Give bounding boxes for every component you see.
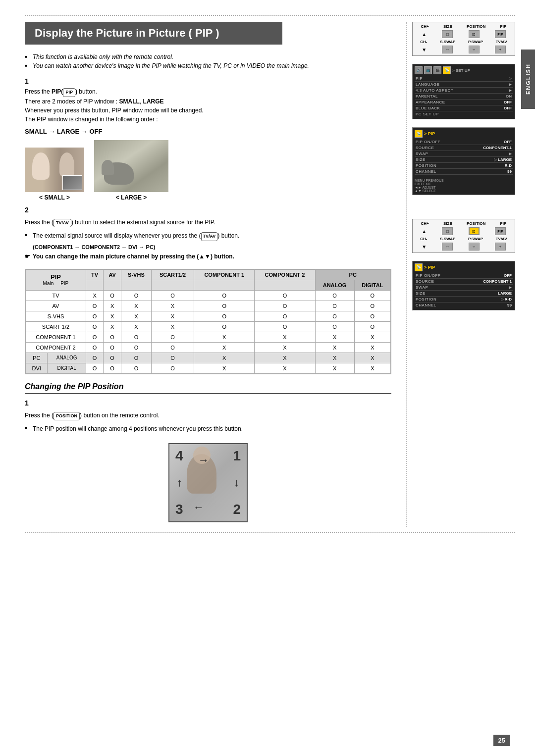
row-pc-6: X: [315, 353, 354, 363]
two-col-layout: Display the Picture in Picture ( PIP ) T…: [25, 22, 515, 527]
pip-bottom-row-size: SIZE LARGE: [415, 291, 513, 297]
pswap-btn-b[interactable]: ↔: [469, 243, 480, 251]
row-comp2-5: X: [255, 342, 315, 353]
table-row: DVI DIGITAL O O O O X X X X: [26, 363, 391, 373]
pointer-bullet: You can change the main picture channel …: [25, 253, 391, 260]
changing-step-1-number: 1: [25, 399, 391, 407]
position-label-b: POSITION: [467, 221, 485, 226]
changing-bullet: The PIP position will change among 4 pos…: [25, 424, 391, 433]
size-btn-b[interactable]: □: [442, 227, 453, 235]
row-dvi-0: O: [86, 363, 103, 373]
pip-bottom-val-position: R-D: [505, 297, 512, 302]
signal-flow: (COMPONENT1 → COMPONENT2 → DVI → PC): [25, 244, 391, 250]
small-photo-block: < SMALL >: [25, 148, 84, 201]
legend-row-1: MENU PREVIOUS: [415, 179, 513, 182]
pip-bottom-row-swap: SWAP ▶: [415, 285, 513, 291]
large-label: < LARGE >: [94, 194, 168, 201]
row-av-4: O: [194, 301, 255, 311]
pip-row-source: SOURCE CONPONENT-1: [415, 145, 513, 151]
pip-menu-top-panel: 📡 > PIP PIP ON/OFF OFF SOURCE CONPONENT-…: [412, 127, 515, 195]
pip-main-label: PIP Main PIP: [26, 269, 86, 290]
table-row: COMPONENT 1 O O O O X X X X: [26, 332, 391, 342]
row-tv-1: O: [104, 290, 121, 301]
pip-btn-b[interactable]: PIP: [495, 227, 506, 235]
tvav-btn[interactable]: +: [495, 46, 506, 53]
row-tv-4: O: [194, 290, 255, 301]
setup-key-aspect: 4:3 AUTO ASPECT: [416, 88, 453, 93]
remote-mockup-bottom: CH+ SIZE POSITION PIP ▲ □ ⊡ PIP CH- S.SW…: [412, 219, 515, 253]
row-comp1-5: X: [255, 332, 315, 342]
row-dvi-2: O: [121, 363, 152, 373]
legend-menu: MENU PREVIOUS: [415, 179, 444, 182]
pip-key-channel: CHANNEL: [416, 169, 436, 174]
menu-icon-2: 🎬: [433, 66, 441, 74]
row-comp2-1: O: [104, 342, 121, 353]
tvav-label: TV/AV: [496, 40, 507, 44]
table-row: TV X O O O O O O O: [26, 290, 391, 301]
pos-2-label: 2: [233, 502, 241, 517]
pip-row-size: SIZE ▷ LARGE: [415, 157, 513, 163]
setup-row-appearance: APPEARANCE OFF: [415, 100, 513, 105]
row-pc-3: O: [151, 353, 194, 363]
position-diagram: 4 1 3 2 → ↓ ← ↑: [168, 443, 248, 522]
menu-legend: MENU PREVIOUS EXIT EXIT ◄► ADJUST ▲▼ SEL…: [415, 177, 513, 193]
pip-menu-bottom-icon: 📡: [415, 263, 423, 271]
col-scart: SCART1/2: [151, 269, 194, 280]
row-av-1: X: [104, 301, 121, 311]
arrow-text: SMALL → LARGE → OFF: [25, 128, 391, 135]
page-title: Display the Picture in Picture ( PIP ): [25, 22, 282, 45]
ch-plus-label-b: CH+: [421, 221, 429, 226]
position-btn-b-active[interactable]: ⊡: [469, 227, 480, 235]
row-av-6: O: [315, 301, 354, 311]
up-arrow-icon-b: ▲: [422, 229, 427, 234]
row-scart-2: X: [121, 321, 152, 332]
table-row: SCART 1/2 O X X X O O O O: [26, 321, 391, 332]
pip-menu-bottom-title: > PIP: [424, 265, 435, 270]
tvav-btn-b[interactable]: +: [495, 243, 506, 251]
top-dotted-line: [25, 15, 515, 16]
setup-row-pcsetup: PC SET UP: [415, 111, 513, 117]
pip-bottom-row-position: POSITION ▷ R-D: [415, 297, 513, 302]
setup-key-blueback: BLUE BACK: [416, 106, 440, 110]
setup-key-parental: PARENTAL: [416, 94, 438, 99]
pswap-btn[interactable]: ↔: [469, 46, 480, 53]
position-btn[interactable]: ⊡: [469, 30, 480, 38]
table-row: S-VHS O X X X O O O O: [26, 311, 391, 321]
row-svhs-6: O: [315, 311, 354, 321]
ch-plus-label: CH+: [421, 24, 429, 29]
arrow-down: ↓: [234, 476, 239, 489]
pip-arrow-size: ▷: [494, 157, 497, 162]
position-diagram-wrapper: 4 1 3 2 → ↓ ← ↑: [25, 438, 391, 527]
row-comp1-4: X: [194, 332, 255, 342]
row-comp1-0: O: [86, 332, 103, 342]
pip-btn[interactable]: PIP: [495, 30, 506, 38]
row-pc-1: O: [104, 353, 121, 363]
arrow-left: ←: [193, 501, 204, 514]
pip-bottom-row-source: SOURCE CONPONENT-1: [415, 279, 513, 285]
left-column: Display the Picture in Picture ( PIP ) T…: [25, 22, 396, 527]
pip-val-source: CONPONENT-1: [483, 146, 512, 150]
row-comp2-label: COMPONENT 2: [26, 342, 86, 353]
row-pc-0: O: [86, 353, 103, 363]
small-photo: [25, 148, 84, 192]
sswap-btn-b[interactable]: ↔: [442, 243, 453, 251]
setup-row-parental: PARENTAL ON: [415, 94, 513, 100]
large-photo: [94, 140, 168, 192]
setup-key-pcsetup: PC SET UP: [416, 112, 439, 116]
photos-row: < SMALL > < LARGE >: [25, 140, 391, 201]
pip-val-channel: 99: [507, 169, 512, 174]
pip-val-position: R-D: [505, 163, 512, 168]
menu-icon-1: 📺: [424, 66, 432, 74]
sswap-btn[interactable]: ↔: [442, 46, 453, 53]
legend-row-3: ◄► ADJUST: [415, 186, 513, 189]
row-av-7: O: [354, 301, 390, 311]
row-dvi-5: X: [255, 363, 315, 373]
remote-bottom-middle-labels: CH- S.SWAP P.SWAP TV/AV: [415, 237, 513, 241]
bottom-dotted-line: [25, 532, 515, 533]
arrow-up: ↑: [177, 476, 182, 489]
size-btn[interactable]: □: [442, 30, 453, 38]
step-2-container: 2 Press the (TV/AV) button to select the…: [25, 206, 391, 260]
pip-bottom-val-source: CONPONENT-1: [483, 279, 512, 284]
setup-key-pip: PIP: [416, 76, 423, 81]
table-row: COMPONENT 2 O O O O X X X X: [26, 342, 391, 353]
